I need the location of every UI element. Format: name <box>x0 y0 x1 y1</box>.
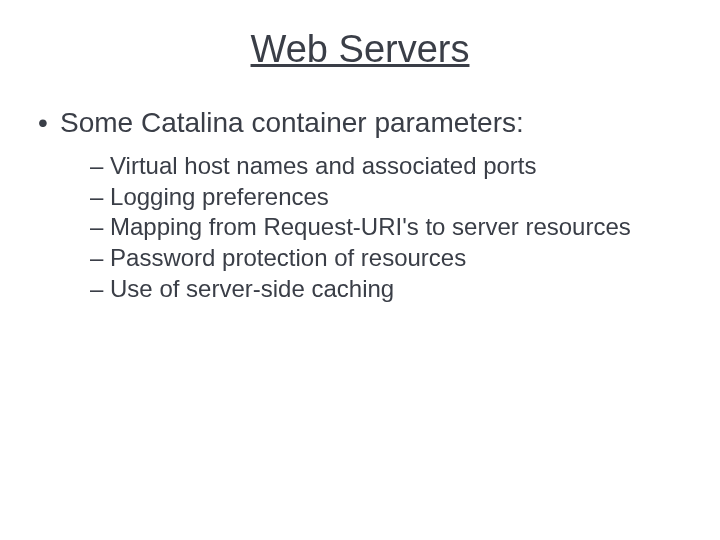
bullet-text: Some Catalina container parameters: <box>60 107 524 138</box>
sub-bullet-item: – Password protection of resources <box>90 243 688 274</box>
dash-icon: – <box>90 275 103 302</box>
dash-icon: – <box>90 244 103 271</box>
sub-bullet-text: Virtual host names and associated ports <box>110 152 536 179</box>
sub-bullet-text: Use of server-side caching <box>110 275 394 302</box>
sub-bullet-item: – Mapping from Request-URI's to server r… <box>90 212 688 243</box>
slide-title: Web Servers <box>32 28 688 71</box>
sub-bullet-text: Logging preferences <box>110 183 329 210</box>
bullet-item: •Some Catalina container parameters: <box>38 107 688 139</box>
sub-bullet-item: – Logging preferences <box>90 182 688 213</box>
dash-icon: – <box>90 213 103 240</box>
sub-bullet-text: Password protection of resources <box>110 244 466 271</box>
sub-bullet-list: – Virtual host names and associated port… <box>90 151 688 305</box>
sub-bullet-item: – Virtual host names and associated port… <box>90 151 688 182</box>
sub-bullet-item: – Use of server-side caching <box>90 274 688 305</box>
bullet-marker: • <box>38 107 60 139</box>
sub-bullet-text: Mapping from Request-URI's to server res… <box>110 213 631 240</box>
dash-icon: – <box>90 152 103 179</box>
dash-icon: – <box>90 183 103 210</box>
